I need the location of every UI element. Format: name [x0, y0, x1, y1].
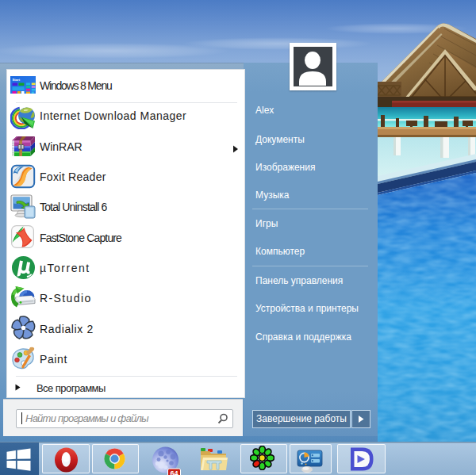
svg-text:Start: Start [13, 78, 21, 82]
svg-text:64: 64 [170, 469, 178, 475]
